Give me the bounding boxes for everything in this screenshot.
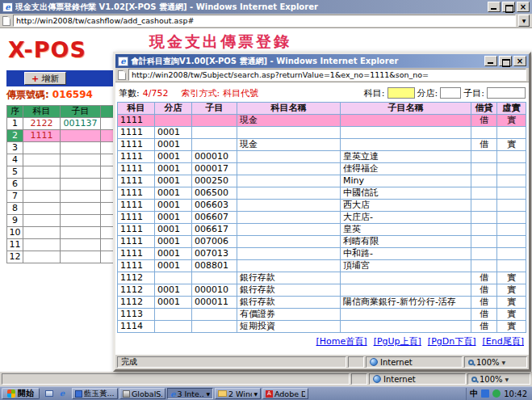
voucher-cell: 2122 xyxy=(23,118,61,130)
add-new-button[interactable]: + 增新 xyxy=(24,72,66,85)
subject-row[interactable]: 1114短期投資借實 xyxy=(118,321,526,333)
main-url-input[interactable]: http://win2008/tw/cashflow/add_cashout.a… xyxy=(13,15,516,27)
subject-cell: 實 xyxy=(497,272,526,284)
header-subject: 科目 xyxy=(118,103,155,115)
subject-row[interactable]: 11110001現金借實 xyxy=(118,139,526,151)
subject-row[interactable]: 11120001000010銀行存款借實 xyxy=(118,284,526,297)
subject-row[interactable]: 1112銀行存款借實 xyxy=(118,272,526,284)
zoom-dropdown-icon: ▼ xyxy=(505,377,509,382)
nav-link[interactable]: [End尾頁] xyxy=(483,335,525,347)
subject-cell: 1111 xyxy=(118,175,155,187)
subject-cell xyxy=(237,260,341,272)
subject-cell xyxy=(237,175,341,187)
start-button[interactable]: 開始 xyxy=(2,388,40,399)
subject-row[interactable]: 1111現金借實 xyxy=(118,115,526,127)
voucher-cell xyxy=(61,130,101,142)
taskbar-button[interactable]: e3 Inte...▼ xyxy=(167,388,213,399)
voucher-cell xyxy=(23,191,61,203)
taskbar-button[interactable]: 藍玉黃... xyxy=(72,388,118,399)
subject-row[interactable]: 11110001007013中和路- xyxy=(118,248,526,260)
subject-cell: 1111 xyxy=(118,151,155,163)
popup-address-bar: http://win2008/tw/Subject/search.asp?ret… xyxy=(115,68,529,82)
subject-row[interactable]: 11110001000250Miny xyxy=(118,175,526,187)
subject-cell xyxy=(341,309,471,321)
nav-link[interactable]: [Home首頁] xyxy=(316,335,367,347)
voucher-cell xyxy=(61,142,101,154)
subject-cell xyxy=(471,163,497,175)
popup-status-zoom[interactable]: 100% ▼ xyxy=(464,356,527,368)
subject-cell: 1111 xyxy=(118,236,155,248)
quick-launch-show-desktop[interactable] xyxy=(44,389,55,399)
subject-cell xyxy=(497,248,526,260)
subject-row[interactable]: 11110001000010皇英立達 xyxy=(118,151,526,163)
subject-cell xyxy=(471,175,497,187)
subject-cell: 0001 xyxy=(155,139,192,151)
subject-cell: 陽信商業銀行-新竹分行-活存 xyxy=(341,297,471,309)
subject-cell: 0001 xyxy=(155,236,192,248)
subject-filter-input[interactable] xyxy=(387,87,415,99)
subject-cell xyxy=(471,212,497,224)
subject-cell: 0001 xyxy=(155,200,192,212)
nav-link[interactable]: [PgUp上頁] xyxy=(374,335,421,347)
subject-cell: 0001 xyxy=(155,297,192,309)
quick-launch-ie[interactable]: e xyxy=(57,389,68,399)
main-status-text xyxy=(2,373,350,385)
header-virtual-real: 虛實 xyxy=(497,103,526,115)
nav-link[interactable]: [PgDn下頁] xyxy=(428,335,476,347)
minimize-button[interactable] xyxy=(488,2,501,12)
address-dropdown-icon[interactable]: ▼ xyxy=(518,15,530,27)
subject-row[interactable]: 11110001008801頂埔宮 xyxy=(118,260,526,272)
subject-row[interactable]: 11110001006617皇英 xyxy=(118,224,526,236)
subject-cell xyxy=(471,151,497,163)
subject-row[interactable]: 11110001006607大庄店- xyxy=(118,212,526,224)
subject-cell xyxy=(237,151,341,163)
popup-minimize-button[interactable] xyxy=(484,56,497,66)
taskbar-button-label: Adobe D... xyxy=(274,389,305,398)
main-status-zoom[interactable]: 100% ▼ xyxy=(467,373,530,385)
subject-cell xyxy=(341,272,471,284)
subject-row[interactable]: 11110001006603西大店 xyxy=(118,200,526,212)
subject-cell xyxy=(155,272,192,284)
subject-cell xyxy=(497,175,526,187)
maximize-button[interactable] xyxy=(502,2,515,12)
subject-table-body: 1111現金借實1111000111110001現金借實111100010000… xyxy=(118,115,526,333)
son-filter-input[interactable] xyxy=(487,87,526,99)
subject-row[interactable]: 11110001006500中國信託 xyxy=(118,187,526,200)
subject-cell: 皇英立達 xyxy=(341,151,471,163)
popup-maximize-button[interactable] xyxy=(499,56,512,66)
voucher-cell xyxy=(61,227,101,239)
add-icon: + xyxy=(31,74,39,83)
voucher-cell: 6 xyxy=(7,179,23,191)
branch-filter-input[interactable] xyxy=(440,87,461,99)
header-subject-name: 科目名稱 xyxy=(237,103,341,115)
subject-row[interactable]: 11110001 xyxy=(118,127,526,139)
popup-url-input[interactable]: http://win2008/tw/Subject/search.asp?ret… xyxy=(128,69,526,81)
subject-cell xyxy=(497,260,526,272)
taskbar-button[interactable]: GlobalS... xyxy=(119,388,165,399)
voucher-cell xyxy=(23,215,61,227)
taskbar-button-label: 藍玉黃... xyxy=(84,389,115,399)
close-button[interactable]: × xyxy=(517,2,530,12)
globe-icon xyxy=(373,375,381,383)
voucher-cell: 2 xyxy=(7,130,23,142)
subject-cell xyxy=(341,115,471,127)
popup-close-button[interactable]: × xyxy=(513,56,526,66)
tray-status-icon[interactable] xyxy=(492,389,501,398)
voucher-cell: 4 xyxy=(7,154,23,166)
voucher-cell: 10 xyxy=(7,227,23,239)
subject-row[interactable]: 11110001000017佳得福企 xyxy=(118,163,526,175)
subject-cell xyxy=(192,127,237,139)
main-zoom-label: 100% xyxy=(480,375,503,384)
tray-network-icon[interactable] xyxy=(481,389,489,398)
taskbar-button[interactable]: AAdobe D... xyxy=(262,388,308,399)
ie-glyph: e xyxy=(120,57,125,65)
subject-row[interactable]: 11110001007006利晴有限 xyxy=(118,236,526,248)
search-info-row: 筆數: 4/752 索引方式: 科目代號 科目: 分店: 子目: xyxy=(117,84,527,102)
subject-row[interactable]: 11120001000011銀行存款陽信商業銀行-新竹分行-活存借實 xyxy=(118,297,526,309)
subject-row[interactable]: 1113有價證券借實 xyxy=(118,309,526,321)
count-value: 4/752 xyxy=(143,88,169,99)
main-zone-label: Internet xyxy=(383,375,416,384)
ime-indicator[interactable]: 中 xyxy=(470,388,478,399)
subject-cell: 皇英 xyxy=(341,224,471,236)
taskbar-button[interactable]: 2 Wind...▼ xyxy=(215,388,261,399)
